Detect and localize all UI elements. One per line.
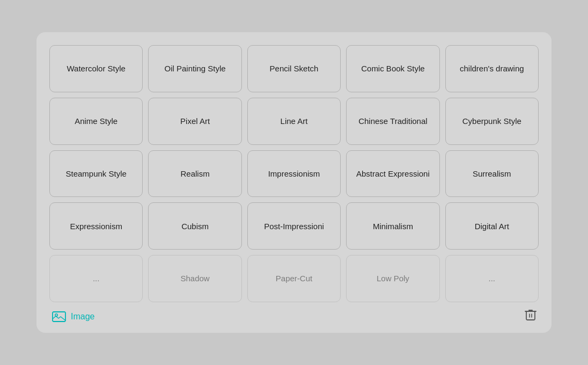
style-btn-cyberpunk-style[interactable]: Cyberpunk Style (445, 98, 539, 145)
style-btn-realism[interactable]: Realism (148, 150, 241, 198)
style-btn-watercolor-style[interactable]: Watercolor Style (49, 45, 143, 92)
main-card: Watercolor StyleOil Painting StylePencil… (36, 32, 552, 333)
image-button[interactable]: Image (52, 311, 94, 323)
style-btn-digital-art[interactable]: Digital Art (445, 202, 539, 250)
style-btn-pencil-sketch[interactable]: Pencil Sketch (247, 45, 341, 92)
svg-rect-0 (53, 312, 65, 322)
style-btn-unknown-2[interactable]: ... (445, 255, 539, 302)
style-btn-steampunk-style[interactable]: Steampunk Style (49, 150, 143, 198)
style-btn-post-impressionism[interactable]: Post-Impressioni (247, 202, 341, 250)
style-btn-impressionism[interactable]: Impressionism (247, 150, 341, 198)
style-btn-surrealism[interactable]: Surrealism (445, 150, 539, 198)
trash-button[interactable] (525, 309, 536, 324)
style-btn-line-art[interactable]: Line Art (247, 98, 341, 145)
style-btn-chinese-traditional[interactable]: Chinese Traditional (346, 98, 439, 145)
style-btn-minimalism[interactable]: Minimalism (346, 202, 439, 250)
style-btn-shadow[interactable]: Shadow (148, 255, 241, 302)
style-btn-anime-style[interactable]: Anime Style (49, 98, 143, 145)
style-btn-cubism[interactable]: Cubism (148, 202, 241, 250)
svg-rect-2 (526, 311, 535, 320)
footer: Image (49, 309, 539, 324)
style-btn-abstract-expressionism[interactable]: Abstract Expressioni (346, 150, 439, 198)
style-btn-unknown-1[interactable]: ... (49, 255, 143, 302)
image-label: Image (71, 312, 94, 322)
style-btn-comic-book-style[interactable]: Comic Book Style (346, 45, 439, 92)
style-btn-paper-cut[interactable]: Paper-Cut (247, 255, 341, 302)
style-grid: Watercolor StyleOil Painting StylePencil… (49, 45, 539, 302)
style-btn-oil-painting-style[interactable]: Oil Painting Style (148, 45, 241, 92)
image-icon (52, 311, 67, 323)
style-btn-childrens-drawing[interactable]: children's drawing (445, 45, 539, 92)
style-btn-expressionism[interactable]: Expressionism (49, 202, 143, 250)
style-btn-low-poly[interactable]: Low Poly (346, 255, 439, 302)
style-btn-pixel-art[interactable]: Pixel Art (148, 98, 241, 145)
